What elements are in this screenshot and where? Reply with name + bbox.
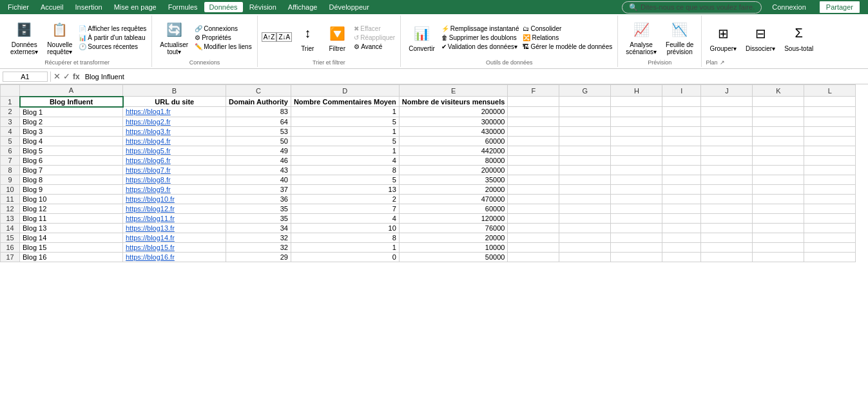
col-header-f[interactable]: F <box>508 85 559 97</box>
cell-a-2[interactable]: Blog 3 <box>20 126 123 136</box>
cell-f-1[interactable] <box>508 117 559 126</box>
cell-k-8[interactable] <box>753 184 804 194</box>
cell-c-9[interactable]: 36 <box>226 194 291 204</box>
btn-convertir[interactable]: 📊 Convertir <box>405 21 439 55</box>
btn-a-partir-tableau[interactable]: 📊 À partir d'un tableau <box>77 34 148 42</box>
cell-e-5[interactable]: 80000 <box>399 155 508 165</box>
btn-sources-recentes[interactable]: 🕐 Sources récentes <box>77 43 148 51</box>
col-header-h[interactable]: H <box>611 85 662 97</box>
btn-dissocier[interactable]: ⊟ Dissocier▾ <box>742 21 779 55</box>
cell-b-13[interactable]: https://blog14.fr <box>123 233 226 242</box>
cell-j-9[interactable] <box>701 194 753 204</box>
btn-connexions[interactable]: 🔗 Connexions <box>193 24 253 33</box>
cell-j-0[interactable] <box>701 107 753 117</box>
cell-k-7[interactable] <box>753 175 804 184</box>
cell-a-7[interactable]: Blog 8 <box>20 175 123 184</box>
cell-b-2[interactable]: https://blog3.fr <box>123 126 226 136</box>
cell-i-15[interactable] <box>662 252 701 262</box>
cell-j-4[interactable] <box>701 146 753 155</box>
menu-mise-en-page[interactable]: Mise en page <box>109 2 162 12</box>
cell-e-4[interactable]: 442000 <box>399 146 508 155</box>
cell-k-6[interactable] <box>753 165 804 175</box>
cell-i-14[interactable] <box>662 242 701 252</box>
cell-g-6[interactable] <box>559 165 611 175</box>
cell-l-0[interactable] <box>804 107 856 117</box>
cell-f-3[interactable] <box>508 136 559 146</box>
cell-a-10[interactable]: Blog 12 <box>20 204 123 213</box>
btn-consolider[interactable]: 🗂 Consolider <box>521 24 613 33</box>
menu-affichage[interactable]: Affichage <box>283 2 323 12</box>
cell-g-9[interactable] <box>559 194 611 204</box>
cell-h-10[interactable] <box>611 204 662 213</box>
btn-donnees-externes[interactable]: 🗄️ Donnéesexternes▾ <box>6 17 42 58</box>
cell-g-13[interactable] <box>559 233 611 242</box>
cell-b-12[interactable]: https://blog13.fr <box>123 223 226 233</box>
cell-b-7[interactable]: https://blog8.fr <box>123 175 226 184</box>
cell-h-4[interactable] <box>611 146 662 155</box>
cell-a-8[interactable]: Blog 9 <box>20 184 123 194</box>
cell-b-15[interactable]: https://blog16.fr <box>123 252 226 262</box>
cell-l-8[interactable] <box>804 184 856 194</box>
cell-e-12[interactable]: 76000 <box>399 223 508 233</box>
btn-feuille-prevision[interactable]: 📉 Feuille deprévision <box>662 17 697 58</box>
cell-l-6[interactable] <box>804 165 856 175</box>
cell-k-4[interactable] <box>753 146 804 155</box>
btn-supprimer-doublons[interactable]: 🗑 Supprimer les doublons <box>440 34 521 42</box>
cell-j-7[interactable] <box>701 175 753 184</box>
cell-i-6[interactable] <box>662 165 701 175</box>
cell-j-6[interactable] <box>701 165 753 175</box>
cell-c-15[interactable]: 29 <box>226 252 291 262</box>
btn-reappliquer[interactable]: ↺ Réappliquer <box>352 34 396 42</box>
cell-a-12[interactable]: Blog 13 <box>20 223 123 233</box>
cell-h-15[interactable] <box>611 252 662 262</box>
cell-b-14[interactable]: https://blog15.fr <box>123 242 226 252</box>
col-header-g[interactable]: G <box>559 85 611 97</box>
cell-d-12[interactable]: 10 <box>291 223 399 233</box>
header-cell-c[interactable]: Domain Authority <box>226 97 291 107</box>
insert-function-icon[interactable]: fx <box>73 72 80 81</box>
cell-a-13[interactable]: Blog 14 <box>20 233 123 242</box>
cell-c-6[interactable]: 43 <box>226 165 291 175</box>
cell-h-14[interactable] <box>611 242 662 252</box>
cell-e-10[interactable]: 60000 <box>399 204 508 213</box>
cell-l-14[interactable] <box>804 242 856 252</box>
cell-e-0[interactable]: 200000 <box>399 107 508 117</box>
cell-b-10[interactable]: https://blog12.fr <box>123 204 226 213</box>
cell-k-0[interactable] <box>753 107 804 117</box>
cell-f-10[interactable] <box>508 204 559 213</box>
partager-button[interactable]: Partager <box>819 1 860 14</box>
cell-f-7[interactable] <box>508 175 559 184</box>
col-header-c[interactable]: C <box>226 85 291 97</box>
btn-gerer-modele[interactable]: 🏗 Gérer le modèle de données <box>521 43 613 51</box>
cell-l-10[interactable] <box>804 204 856 213</box>
cell-b-11[interactable]: https://blog11.fr <box>123 213 226 223</box>
header-cell-b[interactable]: URL du site <box>123 97 226 107</box>
btn-sous-total[interactable]: Σ Sous-total <box>780 21 817 55</box>
cell-a-14[interactable]: Blog 15 <box>20 242 123 252</box>
cell-e-9[interactable]: 470000 <box>399 194 508 204</box>
cell-d-9[interactable]: 2 <box>291 194 399 204</box>
cell-j-14[interactable] <box>701 242 753 252</box>
cell-j-11[interactable] <box>701 213 753 223</box>
cell-g-5[interactable] <box>559 155 611 165</box>
sheet-area[interactable]: A B C D E F G H I J K L 1 Blo <box>0 84 868 368</box>
cell-k-11[interactable] <box>753 213 804 223</box>
cell-c-12[interactable]: 34 <box>226 223 291 233</box>
cell-g-12[interactable] <box>559 223 611 233</box>
btn-analyse-scenarios[interactable]: 📈 Analysescénarios▾ <box>622 17 661 58</box>
cell-a-1[interactable]: Blog 2 <box>20 117 123 126</box>
cell-d-4[interactable]: 1 <box>291 146 399 155</box>
cell-l-5[interactable] <box>804 155 856 165</box>
cell-j-8[interactable] <box>701 184 753 194</box>
cell-b-4[interactable]: https://blog5.fr <box>123 146 226 155</box>
cell-l-12[interactable] <box>804 223 856 233</box>
cell-f-14[interactable] <box>508 242 559 252</box>
cell-d-6[interactable]: 8 <box>291 165 399 175</box>
cell-h-8[interactable] <box>611 184 662 194</box>
cell-c-4[interactable]: 49 <box>226 146 291 155</box>
btn-grouper[interactable]: ⊞ Grouper▾ <box>706 21 740 55</box>
cell-i-11[interactable] <box>662 213 701 223</box>
cell-d-5[interactable]: 4 <box>291 155 399 165</box>
cell-d-10[interactable]: 7 <box>291 204 399 213</box>
menu-insertion[interactable]: Insertion <box>70 2 107 12</box>
